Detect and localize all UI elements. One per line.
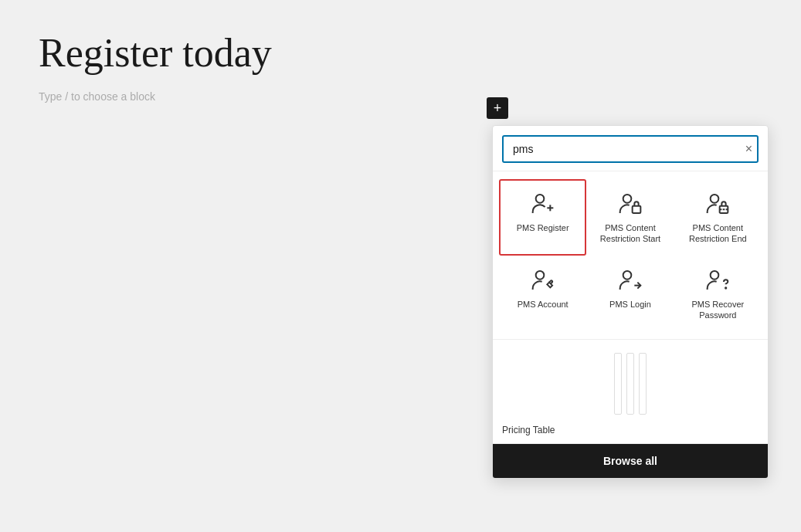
block-item-pms-account[interactable]: PMS Account <box>499 256 586 332</box>
block-item-pms-content-restriction-start[interactable]: PMS Content Restriction Start <box>586 179 674 256</box>
user-lock-end-icon <box>704 190 731 218</box>
block-label-pms-recover-password: PMS Recover Password <box>682 299 754 321</box>
search-input[interactable] <box>502 135 759 163</box>
add-block-button[interactable]: + <box>487 97 508 119</box>
block-label-pms-content-restriction-start: PMS Content Restriction Start <box>594 222 666 245</box>
svg-point-8 <box>535 271 544 280</box>
svg-point-10 <box>711 271 719 280</box>
user-edit-icon <box>529 266 557 294</box>
pricing-card-gold <box>626 353 634 415</box>
svg-rect-4 <box>633 206 641 213</box>
block-picker: × PMS Register <box>492 125 769 479</box>
block-label-pms-account: PMS Account <box>518 299 569 310</box>
pricing-cards-preview <box>614 353 647 415</box>
svg-point-3 <box>623 195 632 203</box>
svg-point-0 <box>535 195 544 203</box>
pricing-card-platinum <box>639 353 647 415</box>
block-item-pms-recover-password[interactable]: PMS Recover Password <box>674 256 762 332</box>
block-item-pms-login[interactable]: PMS Login <box>586 256 674 332</box>
user-question-icon <box>704 266 731 294</box>
pricing-card-silver <box>614 353 622 415</box>
placeholder-hint: Type / to choose a block <box>39 90 762 103</box>
search-clear-button[interactable]: × <box>745 143 752 155</box>
preview-section[interactable]: Pricing Table <box>493 340 768 444</box>
block-label-pms-login: PMS Login <box>609 299 651 310</box>
block-item-pms-content-restriction-end[interactable]: PMS Content Restriction End <box>674 179 762 256</box>
svg-point-5 <box>711 195 719 203</box>
user-lock-start-icon <box>616 190 644 218</box>
search-container: × <box>493 126 768 171</box>
pricing-table-label: Pricing Table <box>502 425 759 435</box>
search-input-wrapper: × <box>502 135 759 163</box>
browse-all-button[interactable]: Browse all <box>493 444 768 478</box>
page-title: Register today <box>39 31 762 75</box>
block-item-pms-register[interactable]: PMS Register <box>499 179 586 256</box>
block-label-pms-register: PMS Register <box>517 222 569 233</box>
pricing-table-preview <box>502 349 759 418</box>
svg-point-11 <box>725 287 726 288</box>
block-label-pms-content-restriction-end: PMS Content Restriction End <box>682 222 754 245</box>
blocks-grid: PMS Register PMS Content Restriction Sta… <box>493 171 768 340</box>
svg-point-9 <box>623 271 632 280</box>
user-arrow-icon <box>616 266 644 294</box>
user-plus-icon <box>529 190 557 218</box>
page-content: Register today Type / to choose a block … <box>0 0 801 532</box>
